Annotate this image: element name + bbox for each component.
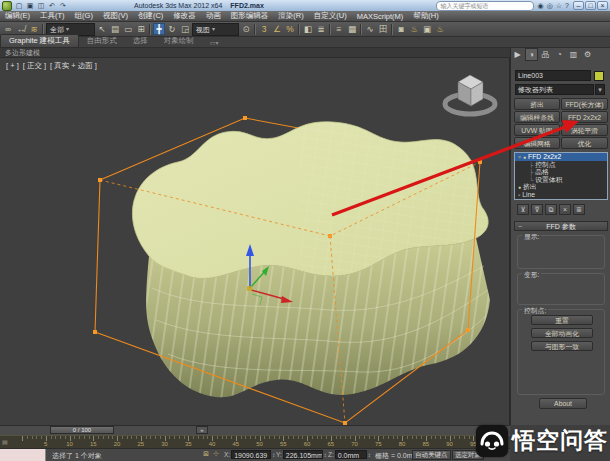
menu-edit[interactable]: 编辑(E) [0,11,35,21]
remove-modifier-icon[interactable]: × [559,204,571,215]
viewport-general-menu[interactable]: [ + ] [6,61,19,71]
select-and-scale-icon[interactable]: ◲ [179,23,191,35]
rectangular-region-icon[interactable]: ▭ [122,23,134,35]
redo-icon[interactable]: ↷ [58,1,68,10]
stack-subitem-lattice[interactable]: ├晶格 [515,168,607,176]
viewcube[interactable] [445,75,495,114]
stack-subitem-set-volume[interactable]: └设置体积 [515,176,607,184]
absolute-offset-mode-icon[interactable]: ⊹ [213,450,219,458]
select-and-move-icon[interactable]: ╋ [153,23,165,35]
modifier-button-optimize[interactable]: 优化 [561,137,608,149]
help-search-input[interactable]: 输入关键字或短语 [436,1,534,11]
menu-maxscript[interactable]: MAXScript(M) [352,12,409,21]
curve-editor-icon[interactable]: ∿ [364,23,376,35]
trackbar-ruler[interactable]: ▤ 5101520253035404550556065707580859095 [0,435,510,448]
modifier-button-extrude[interactable]: 挤出 [514,98,560,110]
ribbon-minimize-icon[interactable]: ▭▾ [202,38,227,47]
schematic-view-icon[interactable]: 田 [377,23,389,35]
tab-selection[interactable]: 选择 [125,35,156,47]
y-coordinate-field[interactable]: 226.105mm [283,450,323,459]
animate-all-button[interactable]: 全部动画化 [531,328,593,338]
undo-icon[interactable]: ↶ [47,1,57,10]
graphite-ribbon-toggle-icon[interactable]: ▦ [346,23,358,35]
modifier-bulb-icon[interactable]: ● [518,184,521,190]
trackbar-filters-icon[interactable]: ▤ [2,438,8,445]
pin-stack-icon[interactable]: ⊻ [517,204,529,215]
save-file-icon[interactable]: ◫ [36,1,46,10]
menu-group[interactable]: 组(G) [70,11,98,21]
modifier-button-ffd-box[interactable]: FFD(长方体) [561,98,608,110]
menu-create[interactable]: 创建(C) [133,11,168,21]
modifier-button-edit-spline[interactable]: 编辑样条线 [514,111,560,123]
tab-create-icon[interactable]: ▶ [511,48,524,61]
render-production-icon[interactable]: ♨ [434,23,446,35]
help-icon[interactable]: ? [565,1,569,10]
expand-icon[interactable]: ▾ [518,154,521,160]
show-end-result-icon[interactable]: ⊽ [531,204,543,215]
rendered-frame-window-icon[interactable]: ▣ [421,23,433,35]
rollout-ffd-parameters[interactable]: −FFD 参数 [514,221,608,231]
modifier-list-dropdown[interactable]: 修改器列表 [515,84,594,95]
z-spinner-icon[interactable]: ↕ [368,452,371,458]
tab-modify-icon[interactable]: ◑ [525,48,538,61]
snaps-toggle-icon[interactable]: 3 [258,23,270,35]
percent-snap-icon[interactable]: % [284,23,296,35]
menu-customize[interactable]: 自定义(U) [309,11,352,21]
menu-animation[interactable]: 动画 [201,11,226,21]
viewport-shading-menu[interactable]: [ 真实 + 边面 ] [50,61,97,71]
stack-item-extrude[interactable]: ●挤出 [515,183,607,191]
menu-graph-editors[interactable]: 图形编辑器 [226,11,274,21]
signin-icon[interactable]: ◉ [538,1,544,10]
modifier-list-arrow-icon[interactable]: ▾ [595,84,605,95]
stack-item-line[interactable]: ▪Line [515,191,607,199]
menu-help[interactable]: 帮助(H) [408,11,443,21]
search-icon[interactable]: ◎ [547,1,553,10]
select-by-name-icon[interactable]: ▤ [109,23,121,35]
tab-display-icon[interactable]: ▥ [567,48,580,61]
angle-snap-icon[interactable]: ∠ [271,23,283,35]
object-color-swatch[interactable] [594,71,604,81]
select-object-icon[interactable]: ↖ [96,23,108,35]
tab-utilities-icon[interactable]: ⚙ [581,48,594,61]
reset-button[interactable]: 重置 [531,315,593,325]
conform-to-shape-button[interactable]: 与图形一致 [531,341,593,351]
app-logo-icon[interactable] [2,1,12,11]
selection-lock-icon[interactable]: ⊠ [203,450,209,458]
material-editor-icon[interactable]: ◙ [395,23,407,35]
menu-views[interactable]: 视图(V) [98,11,133,21]
stack-item-ffd-2x2x2[interactable]: ▾●FFD 2x2x2 [515,153,607,161]
z-coordinate-field[interactable]: 0.0mm [335,450,367,459]
x-spinner-icon[interactable]: ↕ [272,452,275,458]
make-unique-icon[interactable]: ⧉ [545,204,557,215]
mirror-icon[interactable]: ◧ [302,23,314,35]
window-crossing-icon[interactable]: ⊞ [135,23,147,35]
tab-object-paint[interactable]: 对象绘制 [156,35,202,47]
scene-object-line003[interactable] [132,118,500,397]
y-spinner-icon[interactable]: ↕ [324,452,327,458]
menu-rendering[interactable]: 渲染(R) [273,11,308,21]
maxscript-mini-listener[interactable] [0,449,46,461]
rollout-collapse-icon[interactable]: − [518,222,522,231]
tab-graphite-modeling-tools[interactable]: Graphite 建模工具 [0,34,79,47]
modifier-button-uvw-map[interactable]: UVW 贴图 [514,124,560,136]
time-slider-next-icon[interactable]: » [196,426,208,434]
maximize-icon[interactable]: □ [585,1,596,10]
reference-coordinate-dropdown[interactable]: 视图▾ [192,23,239,36]
manage-layers-icon[interactable]: ≡ [333,23,345,35]
auto-key-button[interactable]: 自动关键点 [412,450,451,460]
tab-freeform[interactable]: 自由形式 [79,35,125,47]
open-file-icon[interactable]: ▣ [25,1,35,10]
menu-tools[interactable]: 工具(T) [35,11,70,21]
time-slider-handle[interactable]: 0 / 100 [50,426,114,434]
close-icon[interactable]: × [597,1,608,10]
ribbon-panel-polygon-modeling[interactable]: 多边形建模 [0,48,510,58]
render-setup-icon[interactable]: ♨ [408,23,420,35]
select-and-rotate-icon[interactable]: ↻ [166,23,178,35]
stack-subitem-control-points[interactable]: ├控制点 [515,161,607,169]
modifier-button-turbosmooth[interactable]: 涡轮平滑 [561,124,608,136]
use-pivot-center-icon[interactable]: ⊙ [240,23,252,35]
x-coordinate-field[interactable]: 19090.639 [231,450,271,459]
configure-modifier-sets-icon[interactable]: ≣ [573,204,585,215]
gizmo-center-handle[interactable] [247,286,252,291]
new-file-icon[interactable]: ▢ [14,1,24,10]
